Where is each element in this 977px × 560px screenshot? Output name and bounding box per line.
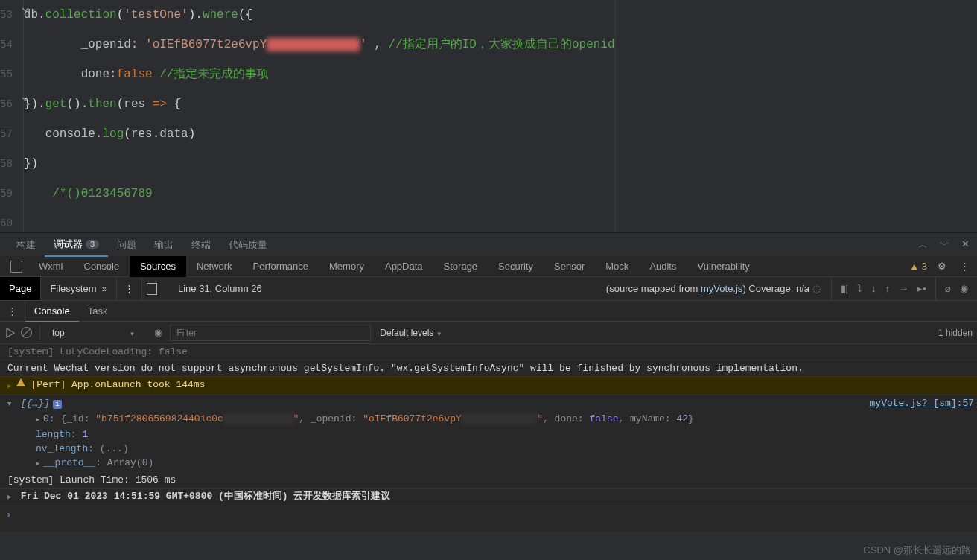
inspect-element-icon[interactable] xyxy=(10,261,22,273)
clear-console-icon[interactable] xyxy=(21,327,32,338)
drawer-task-tab[interactable]: Task xyxy=(79,301,117,321)
fold-icon[interactable] xyxy=(20,94,31,104)
warning-count-badge[interactable]: ▲ 3 xyxy=(909,261,927,272)
tab-network[interactable]: Network xyxy=(186,256,243,277)
play-icon[interactable] xyxy=(4,327,16,339)
drawer-more-icon[interactable]: ⋮ xyxy=(0,301,25,322)
file-icon[interactable] xyxy=(147,283,157,295)
tab-sources[interactable]: Sources xyxy=(130,256,186,277)
object-log[interactable]: myVote.js? [sm]:57 ▼ [{…}]i ▶0: {_id: "b… xyxy=(0,395,977,472)
chevron-down-icon[interactable]: ﹀ xyxy=(940,238,949,252)
fold-icon[interactable] xyxy=(20,4,31,15)
tab-code-quality[interactable]: 代码质量 xyxy=(220,238,276,252)
cursor-pos: Line 31, Column 26 xyxy=(178,283,262,294)
sources-more-icon[interactable]: ⋮ xyxy=(117,277,142,300)
tab-terminal[interactable]: 终端 xyxy=(182,238,220,252)
log-line: Current Wechat version do not support as… xyxy=(0,360,977,377)
tab-memory[interactable]: Memory xyxy=(319,256,375,277)
close-icon[interactable]: ✕ xyxy=(961,238,970,252)
tab-security[interactable]: Security xyxy=(488,256,544,277)
step-icon[interactable]: → xyxy=(899,283,908,294)
debug-controls: ▮| ⤵ ↓ ↑ → ▸⦁ xyxy=(831,277,935,300)
step-into-icon[interactable]: ↓ xyxy=(871,283,876,294)
breakpoint-icon[interactable]: ◉ xyxy=(960,283,968,294)
devtools-panel: Wxml Console Sources Network Performance… xyxy=(0,256,977,532)
loading-icon: ◌ xyxy=(812,283,821,294)
panel-tabs: 构建 调试器3 问题 输出 终端 代码质量 ︿ ﹀ ✕ xyxy=(0,232,977,256)
warning-line[interactable]: [Perf] App.onLaunch took 144ms xyxy=(0,377,977,395)
log-line: [system] Launch Time: 1506 ms xyxy=(0,472,977,489)
watermark: CSDN @那长长遥远的路 xyxy=(863,544,971,557)
more-icon[interactable]: ⋮ xyxy=(957,261,973,272)
tab-vulnerability[interactable]: Vulnerability xyxy=(687,256,760,277)
code-body[interactable]: db.collection('testOne').where({ _openid… xyxy=(23,0,616,232)
console-prompt[interactable]: › xyxy=(0,506,977,524)
mapped-link[interactable]: myVote.js xyxy=(701,283,742,294)
source-link[interactable]: myVote.js? [sm]:57 xyxy=(870,396,974,410)
tab-audits[interactable]: Audits xyxy=(639,256,687,277)
tab-wxml[interactable]: Wxml xyxy=(28,256,74,277)
tab-build[interactable]: 构建 xyxy=(7,238,45,252)
tab-storage[interactable]: Storage xyxy=(433,256,488,277)
tab-sensor[interactable]: Sensor xyxy=(544,256,595,277)
devtools-tabs: Wxml Console Sources Network Performance… xyxy=(0,256,977,277)
code-editor[interactable]: 5354 5556 5758 5960 db.collection('testO… xyxy=(0,0,977,232)
source-mapping: (source mapped from myVote.js) Coverage:… xyxy=(606,283,821,294)
log-line[interactable]: ▶ Fri Dec 01 2023 14:51:59 GMT+0800 (中国标… xyxy=(0,489,977,506)
sources-page-tab[interactable]: Page xyxy=(0,277,41,300)
log-line: [system] LuLyCodeLoading: false xyxy=(0,344,977,360)
step-out-icon[interactable]: ↑ xyxy=(885,283,891,294)
console-output[interactable]: [system] LuLyCodeLoading: false Current … xyxy=(0,344,977,532)
console-drawer-tabs: ⋮ Console Task xyxy=(0,301,977,322)
chevron-up-icon[interactable]: ︿ xyxy=(918,238,928,252)
sources-bar: Page Filesystem » ⋮ Line 31, Column 26 (… xyxy=(0,277,977,301)
hidden-messages[interactable]: 1 hidden xyxy=(938,328,973,338)
context-selector[interactable]: top ▼ xyxy=(48,326,147,340)
tab-debugger[interactable]: 调试器3 xyxy=(45,233,108,257)
tab-mock[interactable]: Mock xyxy=(595,256,639,277)
log-levels-selector[interactable]: Default levels ▼ xyxy=(375,326,454,340)
no-pause-icon[interactable]: ⌀ xyxy=(945,283,951,294)
debugger-badge: 3 xyxy=(86,240,99,249)
warning-icon xyxy=(16,378,26,388)
settings-icon[interactable]: ⚙ xyxy=(935,261,949,272)
sources-filesystem-tab[interactable]: Filesystem » xyxy=(41,277,117,300)
drawer-console-tab[interactable]: Console xyxy=(25,301,79,322)
tab-console[interactable]: Console xyxy=(74,256,130,277)
tab-appdata[interactable]: AppData xyxy=(375,256,433,277)
deactivate-breakpoints-icon[interactable]: ▸⦁ xyxy=(917,283,926,295)
console-toolbar: top ▼ ◉ Default levels ▼ 1 hidden xyxy=(0,322,977,344)
tab-output[interactable]: 输出 xyxy=(145,238,182,252)
info-badge-icon[interactable]: i xyxy=(53,400,62,409)
step-over-icon[interactable]: ⤵ xyxy=(857,283,862,294)
tab-performance[interactable]: Performance xyxy=(243,256,319,277)
line-gutter: 5354 5556 5758 5960 xyxy=(0,0,23,232)
pause-icon[interactable]: ▮| xyxy=(841,283,848,294)
filter-input[interactable] xyxy=(170,325,371,341)
tab-problems[interactable]: 问题 xyxy=(108,238,145,252)
live-expression-icon[interactable]: ◉ xyxy=(154,327,162,338)
